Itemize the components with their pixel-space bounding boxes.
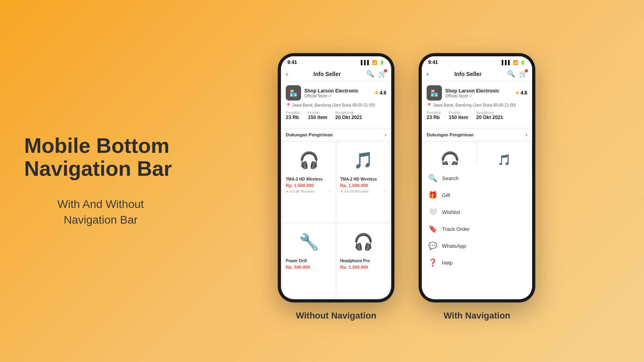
phone2-nav-header: ‹ Info Seller 🔍 🛒 [422, 67, 532, 81]
verified-icon-2: ✓ [469, 94, 473, 98]
phone1-seller-top: 🏪 Shop Larson Electronic Official Store … [286, 85, 386, 101]
menu-wishlist-icon: 🤍 [428, 208, 437, 216]
product-card-0[interactable]: 🎧 TMA-2 HD Wireless Rp. 1.500.000 ★ 4.6 … [283, 142, 335, 222]
phone1-official-badge: Official Store ✓ [304, 94, 371, 98]
menu-item-wishlist[interactable]: 🤍 Wishlist [422, 204, 532, 220]
product-img-2: 🔧 [286, 227, 332, 257]
phone1-time: 9:41 [287, 60, 297, 65]
phone1-label: Without Navigation [296, 311, 376, 321]
phone2-cart-icon[interactable]: 🛒 [519, 70, 527, 78]
star-icon-2: ★ [515, 90, 520, 96]
phone1-location: 📍 Jawa Barat, Bandung (Jam Buka 08:00-21… [286, 103, 386, 107]
menu-search-icon: 🔍 [428, 174, 437, 183]
star-icon: ★ [374, 90, 379, 96]
phone1: 9:41 ▌▌▌ 📶 🔋 ‹ Info Seller 🔍 🛒 [278, 53, 394, 302]
phone1-seller-details: Shop Larson Electronic Official Store ✓ [304, 88, 371, 98]
menu-item-help[interactable]: ❓ Help [422, 254, 532, 271]
wifi-icon: 📶 [372, 60, 378, 65]
left-section: Mobile Bottom Navigation Bar With And Wi… [24, 134, 193, 228]
subtitle: With And Without Navigation Bar [24, 196, 177, 228]
menu-trackorder-icon: 🔖 [428, 224, 437, 233]
chevron-right-icon: › [385, 132, 386, 137]
product-meta-0: ★ 4.6 86 Reviews ⋯ [286, 189, 332, 193]
product-meta-1: ★ 4.6 86 Reviews ⋯ [340, 189, 386, 193]
phone2: 9:41 ▌▌▌ 📶 🔋 ‹ Info Seller 🔍 🛒 [419, 53, 535, 302]
location-icon: 📍 [286, 103, 291, 107]
menu-item-whatsapp[interactable]: 💬 WhatsApp [422, 237, 532, 254]
product-img-3: 🎧 [340, 227, 386, 257]
phone2-seller-name: Shop Larson Electronic [445, 88, 512, 94]
phone1-screen: 9:41 ▌▌▌ 📶 🔋 ‹ Info Seller 🔍 🛒 [281, 56, 391, 299]
menu-item-gift[interactable]: 🎁 Gift [422, 187, 532, 204]
phone1-back-button[interactable]: ‹ [286, 70, 288, 78]
phone2-menu-overlay: 🔍 Search 🎁 Gift 🤍 Wishlist 🔖 [422, 165, 532, 299]
menu-whatsapp-icon: 💬 [428, 241, 437, 250]
phone2-time: 9:41 [428, 60, 438, 65]
product-img-0: 🎧 [286, 145, 332, 175]
menu-item-search[interactable]: 🔍 Search [422, 170, 532, 187]
phone2-rating: ★ 4.6 [515, 90, 527, 96]
phone2-status-bar: 9:41 ▌▌▌ 📶 🔋 [422, 56, 532, 67]
phone1-status-icons: ▌▌▌ 📶 🔋 [361, 60, 385, 65]
product-card-3[interactable]: 🎧 Headphone Pro Rp. 1.200.000 [337, 224, 390, 298]
phone2-seller-details: Shop Larson Electronic Official Store ✓ [445, 88, 512, 98]
signal-icon-2: ▌▌▌ [502, 60, 511, 65]
wifi-icon-2: 📶 [513, 60, 518, 65]
phone2-screen: 9:41 ▌▌▌ 📶 🔋 ‹ Info Seller 🔍 🛒 [422, 56, 532, 299]
phone2-label: With Navigation [444, 311, 510, 321]
cart-badge-dot [384, 69, 387, 72]
product-img-1: 🎵 [340, 145, 386, 175]
signal-icon: ▌▌▌ [361, 60, 370, 65]
cart-badge-dot-2 [525, 69, 528, 72]
phone1-cart-icon[interactable]: 🛒 [378, 70, 386, 78]
phone1-wrapper: 9:41 ▌▌▌ 📶 🔋 ‹ Info Seller 🔍 🛒 [278, 53, 394, 321]
menu-help-icon: ❓ [428, 258, 437, 267]
more-dots-icon-1[interactable]: ⋯ [383, 189, 386, 193]
phone1-stats: Pengikut 23 Rb Produk 150 Item Bergabung… [286, 111, 386, 123]
stat-produk: Produk 150 Item [308, 111, 327, 120]
phone1-seller-info: 🏪 Shop Larson Electronic Official Store … [281, 81, 391, 128]
battery-icon: 🔋 [379, 60, 385, 65]
stat2-bergabung: Bergabung 20 Okt 2021 [476, 111, 503, 120]
phone1-nav-header: ‹ Info Seller 🔍 🛒 [281, 67, 391, 81]
main-title: Mobile Bottom Navigation Bar [24, 134, 177, 180]
menu-item-trackorder[interactable]: 🔖 Track Order [422, 220, 532, 237]
phone1-rating: ★ 4.6 [374, 90, 386, 96]
location-icon-2: 📍 [427, 103, 431, 107]
phone1-seller-avatar: 🏪 [286, 85, 301, 101]
stat2-pengikut: Pengikut 23 Rb [427, 111, 441, 120]
phone2-shipping[interactable]: Dukungan Pengiriman › [422, 129, 532, 140]
product-card-2[interactable]: 🔧 Power Drill Rp. 500.000 [283, 224, 335, 298]
phone1-nav-icons: 🔍 🛒 [366, 70, 386, 78]
phone1-search-icon[interactable]: 🔍 [366, 70, 374, 78]
phone2-seller-avatar: 🏪 [427, 85, 442, 101]
phone2-nav-icons: 🔍 🛒 [507, 70, 527, 78]
phone2-status-icons: ▌▌▌ 📶 🔋 [502, 60, 526, 65]
product-card-1[interactable]: 🎵 TMA-2 HD Wireless Rp. 1.500.000 ★ 4.6 … [337, 142, 390, 222]
menu-gift-icon: 🎁 [428, 191, 437, 200]
phone2-stats: Pengikut 23 Rb Produk 150 Item Bergabung… [427, 111, 527, 123]
phone2-wrapper: 9:41 ▌▌▌ 📶 🔋 ‹ Info Seller 🔍 🛒 [419, 53, 535, 321]
verified-icon: ✓ [328, 94, 332, 98]
phones-section: 9:41 ▌▌▌ 📶 🔋 ‹ Info Seller 🔍 🛒 [193, 41, 620, 321]
stat2-produk: Produk 150 Item [449, 111, 468, 120]
phone1-shipping[interactable]: Dukungan Pengiriman › [281, 129, 391, 140]
phone1-status-bar: 9:41 ▌▌▌ 📶 🔋 [281, 56, 391, 67]
more-dots-icon[interactable]: ⋯ [328, 189, 332, 193]
phone1-seller-name: Shop Larson Electronic [304, 88, 371, 94]
battery-icon-2: 🔋 [520, 60, 526, 65]
phone2-seller-top: 🏪 Shop Larson Electronic Official Store … [427, 85, 527, 101]
phone1-nav-title: Info Seller [314, 71, 341, 77]
chevron-right-icon-2: › [526, 132, 527, 137]
phone2-official-badge: Official Store ✓ [445, 94, 512, 98]
phone2-seller-info: 🏪 Shop Larson Electronic Official Store … [422, 81, 532, 128]
stat-bergabung: Bergabung 20 Okt 2021 [335, 111, 362, 120]
stat-pengikut: Pengikut 23 Rb [286, 111, 300, 120]
phone2-search-icon[interactable]: 🔍 [507, 70, 515, 78]
phone2-location: 📍 Jawa Barat, Bandung (Jam Buka 08:00-21… [427, 103, 527, 107]
phone2-nav-title: Info Seller [454, 71, 482, 77]
phone2-back-button[interactable]: ‹ [427, 70, 429, 78]
phone1-products-grid: 🎧 TMA-2 HD Wireless Rp. 1.500.000 ★ 4.6 … [281, 140, 391, 299]
